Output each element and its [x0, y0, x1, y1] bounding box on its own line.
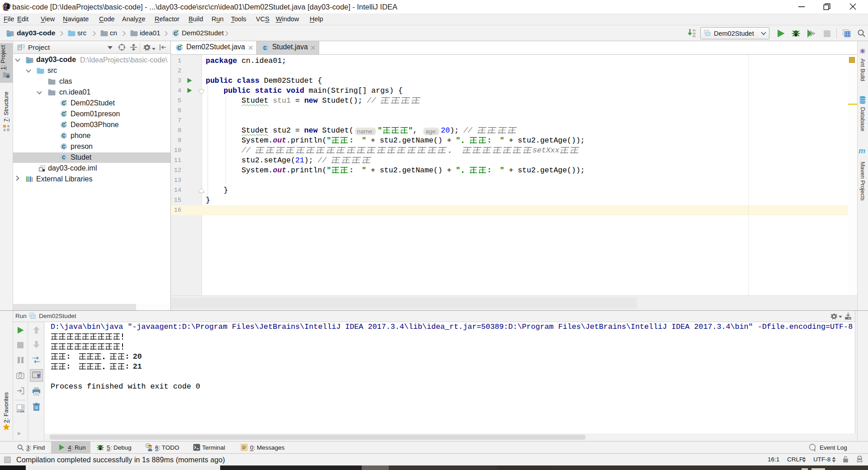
svg-text:IJ: IJ	[5, 4, 7, 7]
svg-text:C: C	[62, 155, 66, 160]
svg-text:C: C	[264, 45, 267, 51]
svg-text:C: C	[62, 133, 66, 138]
svg-text:01: 01	[693, 35, 696, 38]
svg-text:C: C	[62, 144, 66, 149]
